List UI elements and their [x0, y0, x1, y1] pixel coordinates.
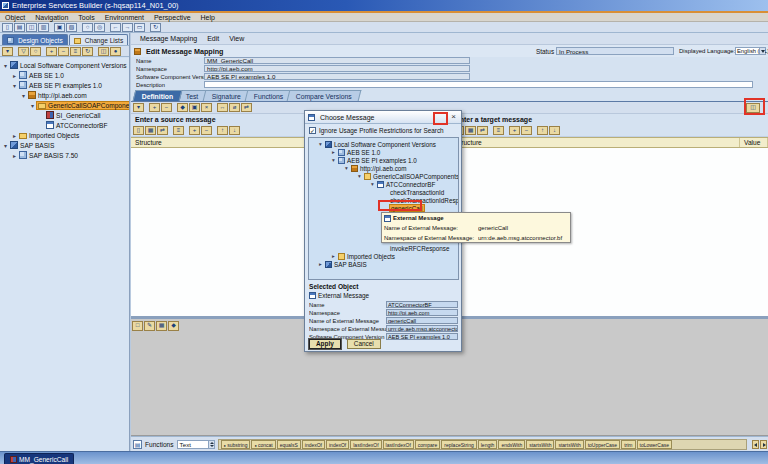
maximize-icon[interactable]: □ — [132, 321, 143, 331]
menu-item-navigation[interactable]: Navigation — [30, 13, 73, 22]
tree-item[interactable]: ▾ATCConnectorBF — [309, 180, 458, 188]
task-tab-mm-genericcall[interactable]: MM_GenericCall — [4, 453, 74, 464]
function-chip-toUpperCase[interactable]: toUpperCase — [585, 440, 620, 449]
menu-item-edit[interactable]: Edit — [202, 34, 224, 43]
filter-icon[interactable]: ▽ — [18, 47, 29, 56]
function-chip-compare[interactable]: compare — [415, 440, 440, 449]
grid-icon[interactable]: ▦ — [465, 126, 476, 135]
menu-item-perspective[interactable]: Perspective — [149, 13, 196, 22]
close-icon[interactable]: × — [449, 113, 458, 122]
new-icon[interactable]: ▯ — [2, 23, 13, 32]
function-chip-lastIndexOf[interactable]: lastIndexOf — [383, 440, 414, 449]
refresh-icon[interactable]: ↻ — [150, 23, 161, 32]
display-icon[interactable]: ◫ — [98, 47, 109, 56]
function-chip-toLowerCase[interactable]: toLowerCase — [637, 440, 672, 449]
structure-column-header[interactable]: Structure — [451, 138, 740, 147]
tab-functions[interactable]: Functions — [245, 90, 293, 101]
tree-item[interactable]: ▾AEB SE PI examples 1.0 — [0, 80, 129, 90]
dependencies-icon[interactable]: ⇄ — [241, 103, 252, 112]
paste-icon[interactable]: ▧ — [66, 23, 77, 32]
function-chip-equalsS[interactable]: equalsS — [277, 440, 301, 449]
refresh-tree-icon[interactable]: ↻ — [82, 47, 93, 56]
show-mapping-icon[interactable]: ◆ — [177, 103, 188, 112]
menu-item-help[interactable]: Help — [196, 13, 220, 22]
queue-icon[interactable]: ≡ — [493, 126, 504, 135]
tab-compare-versions[interactable]: Compare Versions — [287, 90, 362, 101]
navigate-icon[interactable]: ◆ — [168, 321, 179, 331]
tab-design-objects[interactable]: Design Objects — [2, 34, 68, 45]
sort-icon[interactable]: ≡ — [70, 47, 81, 56]
expand-all-icon[interactable]: + — [46, 47, 57, 56]
tree-item[interactable]: checkTransactionId — [309, 188, 458, 196]
language-select[interactable]: English (OL) — [735, 47, 766, 55]
workplace-icon[interactable]: ▭ — [134, 23, 145, 32]
tree-item[interactable]: ▾AEB SE PI examples 1.0 — [309, 156, 458, 164]
add-message-icon[interactable]: ▯ — [133, 126, 144, 135]
tree-item[interactable]: ▾SAP BASIS — [0, 140, 129, 150]
tree-collapse-icon[interactable]: ▾ — [2, 62, 9, 69]
tree-expand-icon[interactable]: ▸ — [330, 253, 337, 259]
menu-item-message-mapping[interactable]: Message Mapping — [135, 34, 202, 43]
tree-item[interactable]: ▸AEB SE 1.0 — [309, 148, 458, 156]
tree-collapse-icon[interactable]: ▾ — [356, 173, 363, 179]
edit-icon[interactable]: ✎ — [144, 321, 155, 331]
pin-icon[interactable]: ● — [110, 47, 121, 56]
unmap-icon[interactable]: ø — [229, 103, 240, 112]
copy-mapping-icon[interactable]: ▣ — [189, 103, 200, 112]
tab-change-lists[interactable]: Change Lists — [69, 34, 129, 45]
swap-icon[interactable]: ⇄ — [157, 126, 168, 135]
collapse-subtree-icon[interactable]: − — [201, 126, 212, 135]
expand-subtree-icon[interactable]: + — [509, 126, 520, 135]
function-chip-endsWith[interactable]: endsWith — [498, 440, 525, 449]
function-chip-startsWith[interactable]: startsWith — [555, 440, 583, 449]
window-titlebar[interactable]: Enterprise Services Builder (s-hqsap114_… — [0, 0, 768, 11]
tree-collapse-icon[interactable]: ▾ — [11, 82, 18, 89]
grid-icon[interactable]: ▦ — [156, 321, 167, 331]
menu-item-environment[interactable]: Environment — [100, 13, 149, 22]
copy-icon[interactable]: ▣ — [54, 23, 65, 32]
tree-expand-icon[interactable]: ▸ — [330, 149, 337, 155]
function-category-select[interactable]: Text — [177, 440, 215, 449]
tree-item[interactable]: ▾http://pi.aeb.com — [0, 90, 129, 100]
expand-icon[interactable]: + — [149, 103, 160, 112]
tree-collapse-icon[interactable]: ▾ — [317, 141, 324, 147]
tree-item[interactable]: ▸Imported Objects — [309, 252, 458, 260]
tree-collapse-icon[interactable]: ▾ — [330, 157, 337, 163]
tab-signature[interactable]: Signature — [202, 90, 250, 101]
tree-collapse-icon[interactable]: ▾ — [20, 92, 27, 99]
tree-collapse-icon[interactable]: ▾ — [2, 142, 9, 149]
tree-item[interactable]: ▸SAP BASIS — [309, 260, 458, 268]
search-icon[interactable]: ○ — [82, 23, 93, 32]
bottom-icon[interactable]: ↓ — [229, 126, 240, 135]
chevron-down-icon[interactable] — [759, 48, 765, 54]
scroll-left-icon[interactable] — [752, 440, 759, 449]
tree-item[interactable]: ▸AEB SE 1.0 — [0, 70, 129, 80]
spinner-icon[interactable] — [208, 441, 214, 448]
bottom-icon[interactable]: ↓ — [549, 126, 560, 135]
value-column-header[interactable]: Value — [740, 138, 768, 147]
open-icon[interactable]: ▤ — [14, 23, 25, 32]
collapse-subtree-icon[interactable]: − — [521, 126, 532, 135]
tree-item[interactable]: ▾GenericCallSOAPComponents — [0, 100, 129, 110]
back-icon[interactable]: ← — [110, 23, 121, 32]
function-chip-length[interactable]: length — [478, 440, 498, 449]
tree-item[interactable]: ▾Local Software Component Versions — [0, 60, 129, 70]
tree-expand-icon[interactable]: ▸ — [11, 72, 18, 79]
queue-icon[interactable]: ≡ — [173, 126, 184, 135]
swap-icon[interactable]: ⇄ — [477, 126, 488, 135]
collapse-icon[interactable]: − — [161, 103, 172, 112]
menu-item-tools[interactable]: Tools — [73, 13, 99, 22]
delete-mapping-icon[interactable]: × — [201, 103, 212, 112]
tree-item[interactable]: ▸Imported Objects — [0, 130, 129, 140]
scroll-right-icon[interactable] — [760, 440, 767, 449]
tree-item[interactable]: invokeRFCResponse — [309, 244, 458, 252]
view-menu-icon[interactable]: ▾ — [133, 103, 144, 112]
function-chip-replaceString[interactable]: replaceString — [441, 440, 476, 449]
tree-expand-icon[interactable]: ▸ — [317, 261, 324, 267]
tree-item[interactable]: SI_GenericCall — [0, 110, 129, 120]
object-menu-icon[interactable]: ▾ — [2, 47, 13, 56]
function-chip-indexOf[interactable]: indexOf — [302, 440, 325, 449]
tree-collapse-icon[interactable]: ▾ — [29, 102, 36, 109]
tree-item[interactable]: ▾Local Software Component Versions — [309, 140, 458, 148]
grid-icon[interactable]: ▦ — [145, 126, 156, 135]
